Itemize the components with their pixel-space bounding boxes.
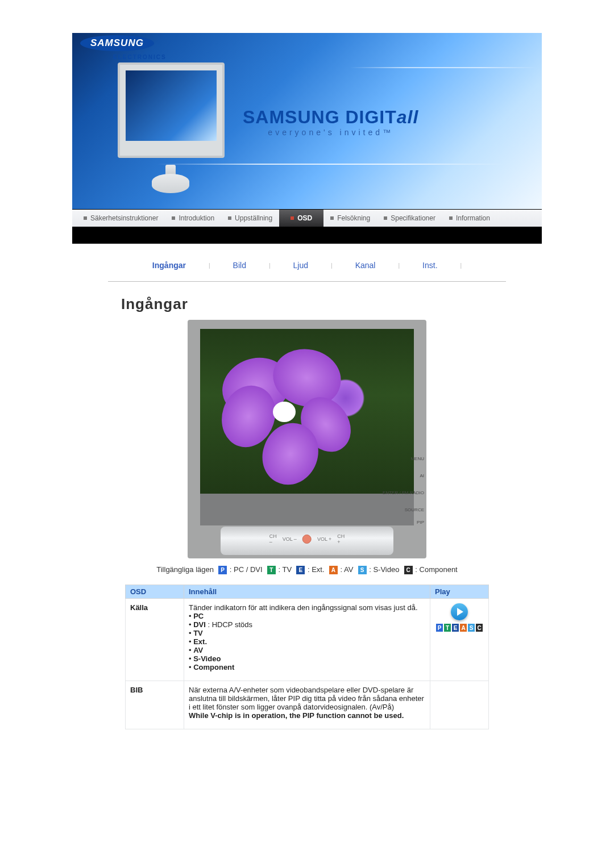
nav-security[interactable]: Säkerhetsinstruktioner — [77, 210, 165, 227]
bullet-icon — [172, 216, 175, 220]
vol-up: VOL + — [317, 536, 331, 542]
bullet: Component — [193, 663, 234, 671]
bullet-icon — [291, 216, 294, 220]
brand-tagline: everyone's invited™ — [243, 128, 418, 137]
osd-desc: Tänder indikatorn för att indikera den i… — [184, 599, 430, 681]
osd-name: BIB — [126, 681, 184, 729]
desc-intro: När externa A/V-enheter som videobandspe… — [189, 686, 424, 711]
mode-t: : TV — [278, 565, 292, 574]
badge-s-icon: S — [358, 566, 367, 574]
nav-label: Introduktion — [179, 214, 214, 222]
hero-banner: SAMSUNG ELECTRONICS SAMSUNG DIGITall eve… — [72, 33, 542, 209]
bullet: TV — [193, 629, 203, 637]
figure-controls: CH– VOL – VOL + CH+ — [269, 533, 345, 545]
desc-note: While V-chip is in operation, the PIP fu… — [189, 711, 404, 720]
th-content: Innehåll — [184, 585, 430, 599]
nav-label: Uppställning — [235, 214, 272, 222]
th-osd: OSD — [126, 585, 184, 599]
subnav-sound[interactable]: Ljud — [293, 261, 308, 270]
play-cell — [430, 681, 489, 729]
logo-brand: SAMSUNG — [80, 35, 154, 51]
hero-monitor-graphic — [118, 62, 243, 193]
badge-e-icon: E — [452, 624, 459, 632]
table-row: BIB När externa A/V-enheter som videoban… — [126, 681, 489, 729]
nav-label: Säkerhetsinstruktioner — [90, 214, 158, 222]
bullet: Ext. — [193, 637, 207, 646]
th-play: Play — [430, 585, 489, 599]
subnav-inputs[interactable]: Ingångar — [152, 261, 186, 270]
bullet-icon — [449, 216, 453, 220]
main-nav: Säkerhetsinstruktioner Introduktion Upps… — [72, 209, 542, 229]
bullet-icon — [330, 216, 334, 220]
nav-troubleshoot[interactable]: Felsökning — [323, 210, 377, 227]
available-modes: Tillgängliga lägen P : PC / DVI T : TV E… — [72, 558, 542, 579]
badge-t-icon: T — [267, 566, 276, 574]
sub-nav: Ingångar| Bild| Ljud| Kanal| Inst.| — [72, 244, 542, 279]
play-icon[interactable] — [451, 603, 468, 620]
bullet: PC — [193, 612, 204, 620]
bullet-icon — [84, 216, 87, 220]
badge-t-icon: T — [444, 624, 451, 632]
mode-p: : PC / DVI — [230, 565, 263, 574]
nav-info[interactable]: Information — [442, 210, 497, 227]
product-figure: MENU AI ENTER / FM RADIO SOURCE PIP CH– … — [188, 320, 426, 558]
hero-brand-text: SAMSUNG DIGITall everyone's invited™ — [243, 107, 418, 137]
mode-e: : Ext. — [308, 565, 325, 574]
fig-label-enter: ENTER / FM RADIO — [383, 490, 424, 495]
bullet-icon — [384, 216, 387, 220]
badge-s-icon: S — [468, 624, 475, 632]
badge-a-icon: A — [329, 566, 338, 574]
fig-label-ai: AI — [420, 473, 424, 478]
fig-label-pip: PIP — [417, 520, 424, 525]
play-cell: P T E A S C — [430, 599, 489, 681]
bullet: DVI — [193, 620, 206, 629]
nav-label: Information — [456, 214, 490, 222]
brand-prefix: SAMSUNG DIGIT — [243, 107, 397, 127]
subnav-picture[interactable]: Bild — [233, 261, 246, 270]
osd-table: OSD Innehåll Play Källa Tänder indikator… — [125, 585, 489, 729]
table-row: Källa Tänder indikatorn för att indikera… — [126, 599, 489, 681]
subnav-channel[interactable]: Kanal — [355, 261, 376, 270]
modes-prefix: Tillgängliga lägen — [156, 565, 214, 574]
nav-label: OSD — [297, 214, 312, 222]
osd-name: Källa — [126, 599, 184, 681]
brand-ital: all — [397, 107, 419, 127]
nav-label: Specifikationer — [391, 214, 435, 222]
mode-c: : Component — [415, 565, 457, 574]
badge-c-icon: C — [404, 566, 413, 574]
subnav-settings[interactable]: Inst. — [422, 261, 437, 270]
nav-label: Felsökning — [337, 214, 370, 222]
nav-setup[interactable]: Uppställning — [221, 210, 279, 227]
badge-p-icon: P — [436, 624, 443, 632]
badge-e-icon: E — [296, 566, 305, 574]
nav-introduction[interactable]: Introduktion — [165, 210, 221, 227]
fig-label-menu: MENU — [410, 456, 424, 461]
nav-osd[interactable]: OSD — [279, 210, 323, 227]
power-icon — [302, 535, 312, 544]
mode-a: : AV — [340, 565, 353, 574]
desc-intro: Tänder indikatorn för att indikera den i… — [189, 603, 418, 612]
bullet: S-Video — [193, 654, 221, 663]
logo-subbrand: ELECTRONICS — [113, 54, 167, 60]
nav-spec[interactable]: Specifikationer — [377, 210, 442, 227]
play-badges: P T E A S C — [435, 624, 484, 632]
bullet: AV — [193, 646, 203, 654]
page-title: Ingångar — [121, 295, 542, 313]
badge-a-icon: A — [460, 624, 467, 632]
mode-s: : S-Video — [369, 565, 399, 574]
nav-underbar — [72, 229, 542, 244]
fig-label-source: SOURCE — [405, 507, 424, 512]
logo: SAMSUNG ELECTRONICS — [80, 35, 167, 61]
divider — [108, 281, 506, 282]
bullet-icon — [228, 216, 231, 220]
badge-p-icon: P — [218, 566, 227, 574]
badge-c-icon: C — [476, 624, 483, 632]
vol-down: VOL – — [283, 536, 297, 542]
osd-desc: När externa A/V-enheter som videobandspe… — [184, 681, 430, 729]
